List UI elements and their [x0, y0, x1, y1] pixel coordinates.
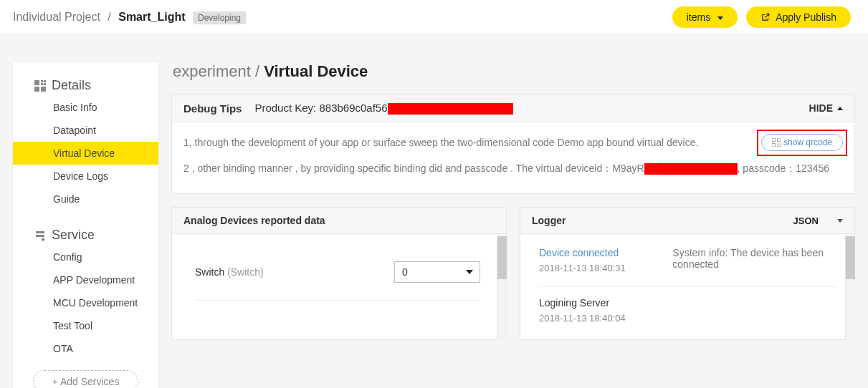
apply-publish-label: Apply Publish [776, 11, 836, 23]
sidebar-item-device-logs[interactable]: Device Logs [13, 165, 158, 188]
status-badge: Developing [193, 11, 246, 24]
page-title-current: Virtual Device [264, 62, 368, 80]
sidebar-item-test-tool[interactable]: Test Tool [13, 314, 158, 337]
sidebar-item-ota[interactable]: OTA [13, 337, 158, 360]
dp-select-wrap[interactable]: 0 [394, 261, 480, 283]
external-link-icon [760, 11, 776, 23]
svg-rect-4 [44, 83, 46, 85]
tip-2: 2 , other binding manner , by providing … [183, 161, 843, 177]
sidebar-item-virtual-device[interactable]: Virtual Device [13, 142, 158, 165]
debug-tips-panel: Debug Tips Product Key: 883b69c0af56 HID… [171, 94, 855, 194]
page-title-sep: / [255, 62, 259, 80]
debug-tips-text: 1, through the development of your app o… [183, 135, 843, 176]
breadcrumb-root[interactable]: Individual Project [13, 11, 100, 23]
svg-rect-14 [779, 144, 781, 145]
svg-rect-5 [34, 87, 39, 92]
dp-name: Switch [195, 266, 224, 278]
analog-title: Analog Devices reported data [183, 215, 325, 226]
grid-icon [34, 80, 46, 92]
analog-scrollbar[interactable] [497, 235, 507, 340]
sidebar-item-mcu-dev[interactable]: MCU Development [13, 291, 158, 314]
svg-rect-1 [41, 80, 43, 82]
svg-rect-12 [772, 144, 776, 147]
logger-title: Logger [532, 215, 566, 226]
items-dropdown[interactable]: items [672, 6, 738, 28]
breadcrumb-current[interactable]: Smart_Light [118, 11, 185, 23]
page-title: experiment / Virtual Device [171, 62, 855, 81]
caret-down-icon [713, 11, 723, 23]
add-services-button[interactable]: + Add Services [33, 370, 138, 388]
log-timestamp: 2018-11-13 18:40:31 [539, 263, 626, 273]
logger-panel: Logger JSON Device connected 2018-11-13 … [520, 207, 855, 340]
svg-point-9 [42, 238, 45, 241]
page-title-root: experiment [173, 62, 251, 80]
service-icon [34, 230, 46, 241]
breadcrumb-sep: / [108, 11, 110, 23]
qr-highlight: show qrcode [757, 130, 847, 156]
svg-rect-13 [777, 144, 778, 145]
product-key-label: Product Key: [254, 102, 316, 114]
svg-rect-2 [44, 80, 46, 82]
tip-1: 1, through the development of your app o… [183, 135, 843, 151]
log-title: Logining Server [539, 297, 626, 309]
svg-rect-10 [772, 138, 776, 142]
product-key: Product Key: 883b69c0af56 [254, 102, 512, 115]
log-entry: Logining Server 2018-11-13 18:40:04 [539, 297, 836, 336]
svg-rect-11 [777, 138, 781, 142]
svg-rect-7 [36, 231, 44, 233]
logger-scrollbar[interactable] [845, 235, 855, 340]
items-label: items [687, 11, 710, 23]
svg-rect-6 [41, 87, 46, 92]
log-entry: Device connected 2018-11-13 18:40:31 Sys… [539, 247, 836, 287]
svg-rect-3 [41, 83, 43, 85]
product-key-prefix: 883b69c0af56 [319, 102, 387, 114]
qrcode-icon [772, 138, 781, 147]
analog-panel: Analog Devices reported data Switch (Swi… [171, 207, 507, 340]
dp-id: (Switch) [227, 266, 264, 278]
datapoint-row: Switch (Switch) 0 [195, 248, 480, 301]
sidebar-item-app-dev[interactable]: APP Development [13, 268, 158, 291]
datapoint-label: Switch (Switch) [195, 266, 264, 278]
apply-publish-button[interactable]: Apply Publish [746, 6, 851, 28]
show-qrcode-label: show qrcode [783, 137, 832, 147]
sidebar-item-guide[interactable]: Guide [13, 188, 158, 210]
redacted-block [388, 103, 513, 115]
sidebar-item-basic-info[interactable]: Basic Info [13, 96, 158, 119]
dp-value-select[interactable]: 0 [394, 261, 480, 283]
sidebar-service-label: Service [52, 228, 95, 243]
breadcrumb: Individual Project / Smart_Light Develop… [13, 11, 246, 24]
log-title-link[interactable]: Device connected [539, 247, 626, 258]
svg-rect-8 [36, 235, 44, 237]
tip-2a: 2 , other binding manner , by providing … [183, 163, 644, 174]
log-detail: System info: The device has been connect… [672, 247, 836, 273]
sidebar: Details Basic Info Datapoint Virtual Dev… [13, 62, 158, 388]
sidebar-item-datapoint[interactable]: Datapoint [13, 119, 158, 142]
svg-rect-0 [34, 80, 39, 85]
sidebar-details-label: Details [52, 78, 91, 93]
log-timestamp: 2018-11-13 18:40:04 [539, 313, 626, 324]
redacted-block-2 [644, 163, 738, 175]
sidebar-item-config[interactable]: Config [13, 246, 158, 268]
sidebar-header-service: Service [13, 225, 158, 246]
tip-2b: , passcode：123456 [738, 163, 829, 174]
svg-rect-16 [779, 146, 781, 147]
show-qrcode-button[interactable]: show qrcode [761, 134, 843, 151]
sidebar-header-details: Details [13, 75, 158, 96]
svg-rect-15 [777, 146, 778, 147]
debug-tips-title: Debug Tips [183, 102, 242, 115]
hide-toggle[interactable]: HIDE [809, 102, 843, 114]
logger-format-dropdown[interactable]: JSON [793, 215, 843, 226]
